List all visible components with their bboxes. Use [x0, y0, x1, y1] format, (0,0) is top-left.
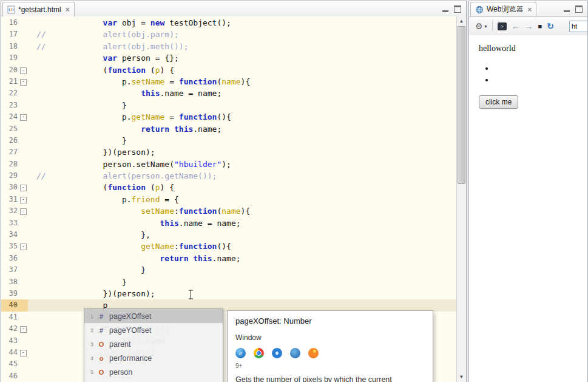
- line-number[interactable]: 35: [1, 240, 18, 252]
- autocomplete-item[interactable]: 2#pageYOffset: [84, 323, 223, 337]
- fold-gutter[interactable]: -: [18, 347, 28, 358]
- code-line[interactable]: 36 return this.name;: [1, 253, 457, 264]
- code-line[interactable]: 17// alert(obj.parm);: [1, 29, 457, 40]
- code-line[interactable]: 39 })(person);: [1, 288, 457, 299]
- line-number[interactable]: 38: [1, 276, 18, 288]
- line-number[interactable]: 45: [1, 358, 18, 370]
- fold-marker-icon[interactable]: -: [20, 208, 27, 215]
- url-input[interactable]: [569, 21, 587, 32]
- fold-gutter[interactable]: -: [18, 64, 28, 76]
- minimize-icon[interactable]: [564, 7, 570, 12]
- fold-gutter[interactable]: -: [18, 240, 28, 252]
- line-number[interactable]: 19: [1, 52, 18, 64]
- vertical-scrollbar[interactable]: ▲ ▼: [456, 16, 466, 382]
- line-number[interactable]: 37: [1, 264, 18, 276]
- line-number[interactable]: 39: [1, 288, 18, 299]
- code-line[interactable]: 20- (function (p) {: [1, 64, 457, 76]
- autocomplete-item[interactable]: 4operformance: [84, 351, 223, 365]
- line-number[interactable]: 23: [1, 100, 18, 111]
- fold-marker-icon[interactable]: -: [20, 185, 27, 191]
- line-number[interactable]: 21: [1, 76, 18, 87]
- code-line[interactable]: 30- (function (p) {: [1, 182, 457, 193]
- settings-gear-icon[interactable]: ⚙: [475, 21, 483, 31]
- code-line[interactable]: 31- p.friend = {: [1, 194, 457, 205]
- line-number[interactable]: 16: [1, 17, 18, 29]
- browser-tab[interactable]: Web浏览器 ×: [470, 2, 536, 16]
- fold-gutter[interactable]: -: [18, 111, 28, 123]
- code-line[interactable]: 19 var person = {};: [1, 52, 457, 64]
- fold-gutter[interactable]: -: [18, 182, 28, 193]
- code-line[interactable]: 16 var obj = new testObject();: [1, 17, 457, 29]
- code-editor[interactable]: 16 var obj = new testObject();17// alert…: [1, 16, 466, 382]
- autocomplete-item[interactable]: 5Operson: [84, 365, 223, 379]
- line-number[interactable]: 22: [1, 87, 18, 99]
- close-tab-icon[interactable]: ×: [527, 5, 532, 14]
- line-number[interactable]: 33: [1, 217, 18, 229]
- code-line[interactable]: 34 },: [1, 229, 457, 240]
- editor-tab-getstart[interactable]: *getstart.html ×: [2, 2, 75, 16]
- line-number[interactable]: 29: [1, 170, 18, 182]
- fold-gutter[interactable]: -: [18, 76, 28, 87]
- line-number[interactable]: 42: [1, 323, 18, 335]
- maximize-icon[interactable]: [454, 5, 461, 13]
- console-icon[interactable]: >: [498, 22, 507, 30]
- line-number[interactable]: 30: [1, 182, 18, 193]
- code-line[interactable]: 26 }: [1, 135, 457, 146]
- line-number[interactable]: 40: [1, 299, 18, 311]
- line-number[interactable]: 43: [1, 335, 18, 347]
- line-number[interactable]: 34: [1, 229, 18, 240]
- code-line[interactable]: 33 this.name = name;: [1, 217, 457, 229]
- line-number[interactable]: 20: [1, 64, 18, 76]
- line-number[interactable]: 31: [1, 194, 18, 205]
- code-line[interactable]: 23 }: [1, 100, 457, 111]
- line-number[interactable]: 24: [1, 111, 18, 123]
- line-number[interactable]: 18: [1, 41, 18, 52]
- stop-icon[interactable]: ■: [538, 22, 542, 30]
- code-line[interactable]: 25 return this.name;: [1, 123, 457, 135]
- code-line[interactable]: 24- p.getName = function(){: [1, 111, 457, 123]
- code-line[interactable]: 40 p: [1, 299, 457, 311]
- fold-gutter[interactable]: -: [18, 323, 28, 335]
- code-line[interactable]: 22 this.name = name;: [1, 87, 457, 99]
- fold-marker-icon[interactable]: -: [20, 79, 27, 86]
- line-number[interactable]: 17: [1, 29, 18, 40]
- line-number[interactable]: 46: [1, 370, 18, 382]
- code-line[interactable]: 21- p.setName = function(name){: [1, 76, 457, 87]
- close-tab-icon[interactable]: ×: [66, 5, 70, 14]
- code-line[interactable]: 18// alert(obj.meth());: [1, 41, 457, 52]
- line-number[interactable]: 36: [1, 253, 18, 264]
- scroll-up-arrow[interactable]: ▲: [457, 17, 466, 26]
- minimize-icon[interactable]: [442, 7, 448, 12]
- line-number[interactable]: 28: [1, 159, 18, 170]
- fold-marker-icon[interactable]: -: [20, 244, 27, 250]
- code-line[interactable]: 27 })(person);: [1, 146, 457, 158]
- line-number[interactable]: 27: [1, 146, 18, 158]
- code-line[interactable]: 28 person.setName("hbuilder");: [1, 159, 457, 170]
- code-line[interactable]: 35- getName:function(){: [1, 240, 457, 252]
- autocomplete-item[interactable]: 1#pageXOffset: [84, 309, 223, 323]
- back-icon[interactable]: ←: [512, 21, 520, 31]
- fold-marker-icon[interactable]: -: [20, 114, 27, 121]
- scroll-down-arrow[interactable]: ▼: [457, 373, 466, 381]
- autocomplete-item[interactable]: 3Oparent: [84, 337, 223, 351]
- maximize-icon[interactable]: [575, 5, 583, 13]
- scrollbar-thumb[interactable]: [458, 26, 465, 184]
- fold-gutter[interactable]: -: [18, 194, 28, 205]
- code-line[interactable]: 37 }: [1, 264, 457, 276]
- line-number[interactable]: 41: [1, 312, 18, 323]
- fold-marker-icon[interactable]: -: [20, 326, 27, 333]
- fold-gutter[interactable]: -: [18, 205, 28, 217]
- click-me-button[interactable]: click me: [479, 95, 518, 109]
- forward-icon[interactable]: →: [525, 21, 533, 31]
- fold-marker-icon[interactable]: -: [20, 197, 27, 203]
- code-line[interactable]: 32- setName:function(name){: [1, 205, 457, 217]
- code-line[interactable]: 29// alert(person.getName());: [1, 170, 457, 182]
- dropdown-caret-icon[interactable]: ▾: [485, 24, 487, 29]
- code-line[interactable]: 38 }: [1, 276, 457, 288]
- line-number[interactable]: 32: [1, 205, 18, 217]
- fold-marker-icon[interactable]: -: [20, 350, 27, 356]
- line-number[interactable]: 26: [1, 135, 18, 146]
- refresh-icon[interactable]: ↻: [547, 21, 554, 31]
- line-number[interactable]: 44: [1, 347, 18, 358]
- fold-marker-icon[interactable]: -: [20, 67, 27, 74]
